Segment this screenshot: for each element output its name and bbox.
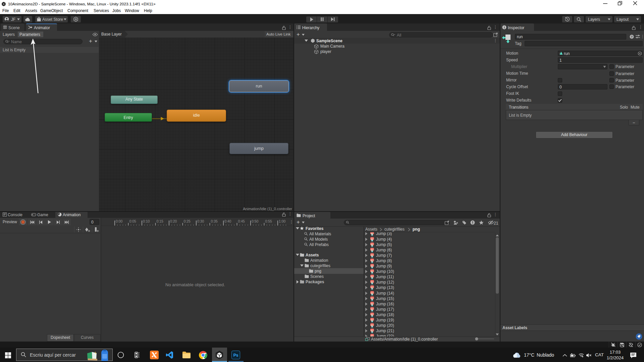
- svg-text:0:00: 0:00: [116, 219, 123, 223]
- svg-text:0:45: 0:45: [238, 219, 245, 223]
- svg-text:0:05: 0:05: [129, 219, 137, 223]
- svg-text:1:00: 1:00: [279, 219, 286, 223]
- svg-text:0:35: 0:35: [211, 219, 218, 223]
- svg-text:Ps: Ps: [233, 353, 238, 358]
- svg-text:0:55: 0:55: [265, 219, 272, 223]
- svg-text:0:10: 0:10: [143, 219, 150, 223]
- svg-text:0:50: 0:50: [252, 219, 259, 223]
- svg-text:0:25: 0:25: [184, 219, 191, 223]
- svg-text:0:30: 0:30: [197, 219, 204, 223]
- svg-text:0:20: 0:20: [170, 219, 177, 223]
- svg-text:0:15: 0:15: [157, 219, 164, 223]
- svg-text:?: ?: [631, 35, 633, 39]
- svg-text:0:40: 0:40: [224, 219, 231, 223]
